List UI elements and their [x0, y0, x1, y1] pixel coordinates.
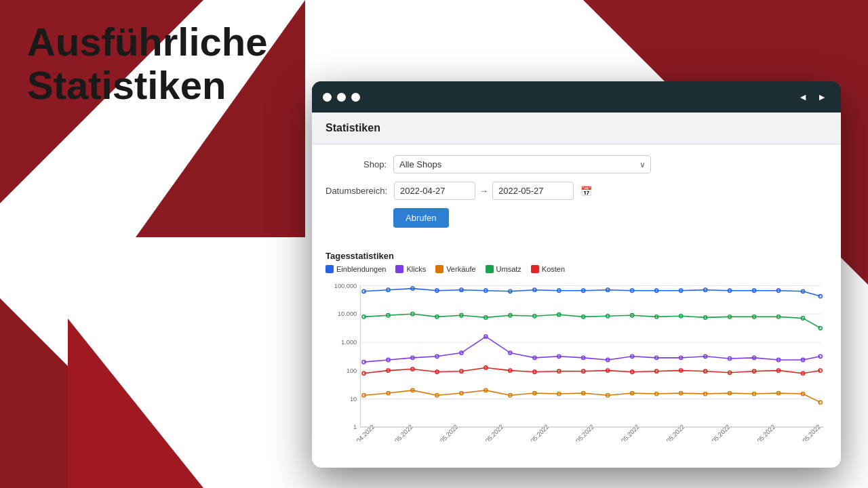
x-label-3: 07.05.2022 — [478, 424, 505, 441]
chart-legend: Einblendungen Klicks Verkäufe Umsatz — [326, 265, 827, 273]
x-label-6: 16.05.2022 — [614, 424, 641, 441]
dot-umsatz-19 — [818, 326, 822, 329]
dot-verkaeufe-0 — [362, 394, 366, 397]
stats-title: Statistiken — [326, 122, 380, 134]
main-heading: Ausführliche Statistiken — [27, 20, 268, 107]
y-label-1000: 1.000 — [341, 339, 357, 346]
legend-einblendungen: Einblendungen — [326, 265, 386, 273]
browser-nav-arrows: ◄ ► — [795, 90, 830, 104]
x-label-10: 27.05.2022 — [795, 424, 822, 441]
stats-body: Shop: Alle Shops Datumsbereich: → 📅 — [312, 144, 841, 247]
date-from-input[interactable] — [394, 182, 475, 200]
x-label-7: 19.05.2022 — [659, 424, 686, 441]
heading-line1: Ausführliche — [27, 20, 268, 64]
y-label-100000: 100.000 — [334, 283, 357, 289]
date-range-row: Datumsbereich: → 📅 — [326, 182, 827, 200]
date-range-arrow: → — [479, 186, 488, 196]
dot-kosten-0 — [362, 371, 366, 375]
browser-dot-3 — [351, 93, 360, 102]
dot-umsatz-0 — [362, 315, 366, 319]
dot-klicks-0 — [362, 361, 366, 364]
dot-einblendungen-0 — [362, 289, 366, 293]
x-label-2: 04.05.2022 — [433, 424, 460, 441]
red-shape-4 — [68, 319, 203, 488]
stats-header: Statistiken — [312, 113, 841, 144]
browser-titlebar: ◄ ► — [312, 81, 841, 113]
chart-title: Tagesstatistiken — [326, 251, 827, 261]
line-umsatz — [364, 314, 821, 328]
stats-panel: Statistiken Shop: Alle Shops Datumsberei… — [312, 113, 841, 468]
date-to-input[interactable] — [492, 182, 574, 200]
legend-umsatz: Umsatz — [486, 265, 521, 273]
legend-label-kosten: Kosten — [542, 265, 565, 273]
browser-dot-1 — [323, 93, 332, 102]
browser-dot-2 — [337, 93, 346, 102]
legend-label-klicks: Klicks — [406, 265, 426, 273]
shop-label: Shop: — [326, 159, 393, 169]
legend-label-verkaeufe: Verkäufe — [446, 265, 475, 273]
y-label-1: 1 — [353, 424, 357, 430]
abrufen-button[interactable]: Abrufen — [393, 208, 449, 228]
chart-section: Tagesstatistiken Einblendungen Klicks Ve… — [312, 247, 841, 441]
line-klicks — [364, 337, 821, 363]
legend-label-umsatz: Umsatz — [496, 265, 521, 273]
date-label: Datumsbereich: — [326, 186, 394, 196]
forward-arrow[interactable]: ► — [814, 90, 830, 104]
legend-label-einblendungen: Einblendungen — [336, 265, 386, 273]
shop-select[interactable]: Alle Shops — [393, 155, 651, 174]
date-range-wrapper: → 📅 — [394, 182, 592, 200]
line-einblendungen — [364, 289, 821, 296]
y-label-100: 100 — [347, 367, 357, 374]
browser-window: ◄ ► Statistiken Shop: Alle Shops — [312, 81, 841, 468]
x-label-4: 10.05.2022 — [524, 424, 551, 441]
shop-select-wrapper: Alle Shops — [393, 155, 651, 174]
legend-color-kosten — [531, 265, 539, 273]
legend-color-klicks — [395, 265, 403, 273]
x-label-1: 01.05.2022 — [387, 424, 414, 441]
line-verkaeufe — [364, 390, 821, 403]
chart-svg: 100.000 10.000 1.000 100 10 1 — [326, 279, 827, 441]
legend-color-verkaeufe — [435, 265, 443, 273]
abrufen-row: Abrufen — [326, 208, 827, 228]
legend-color-umsatz — [486, 265, 494, 273]
legend-verkaeufe: Verkäufe — [435, 265, 475, 273]
calendar-icon[interactable]: 📅 — [580, 186, 592, 197]
y-label-10000: 10.000 — [338, 310, 357, 317]
legend-kosten: Kosten — [531, 265, 565, 273]
browser-content: Statistiken Shop: Alle Shops Datumsberei… — [312, 113, 841, 468]
back-arrow[interactable]: ◄ — [795, 90, 811, 104]
x-label-9: 25.05.2022 — [750, 424, 777, 441]
dot-verkaeufe-19 — [818, 401, 822, 404]
x-label-5: 13.05.2022 — [568, 424, 595, 441]
y-label-10: 10 — [350, 395, 357, 402]
legend-klicks: Klicks — [395, 265, 426, 273]
chart-container: 100.000 10.000 1.000 100 10 1 — [326, 279, 827, 441]
heading-line2: Statistiken — [27, 64, 268, 107]
shop-row: Shop: Alle Shops — [326, 155, 827, 174]
legend-color-einblendungen — [326, 265, 334, 273]
x-label-8: 22.05.2022 — [705, 424, 732, 441]
browser-dots — [323, 93, 360, 102]
